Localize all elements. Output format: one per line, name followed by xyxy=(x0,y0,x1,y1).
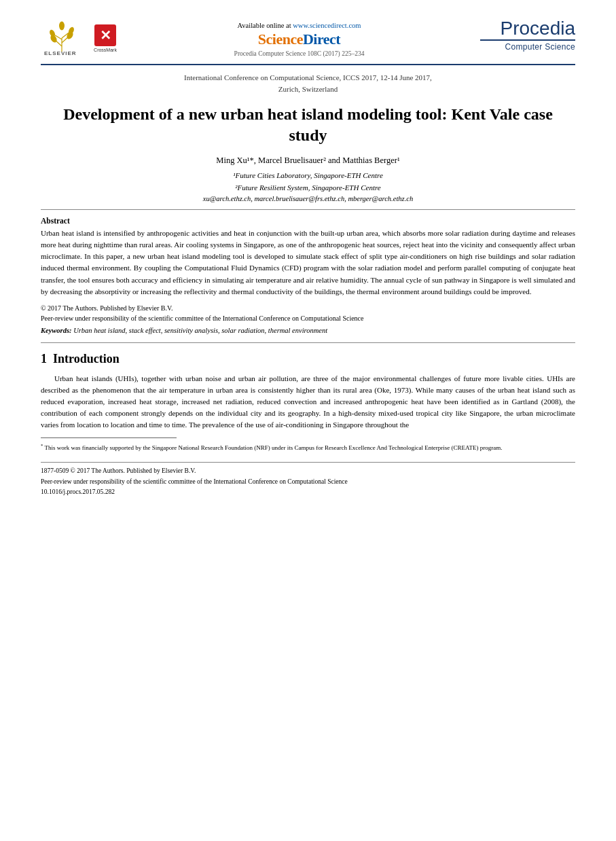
header: ELSEVIER ✕ CrossMark Available online at… xyxy=(41,19,575,57)
copyright-line: © 2017 The Authors. Published by Elsevie… xyxy=(41,303,575,323)
footnote-text: This work was financially supported by t… xyxy=(45,444,503,451)
section1-paragraph1: Urban heat islands (UHIs), together with… xyxy=(41,373,575,431)
logos-row: ELSEVIER ✕ CrossMark xyxy=(41,19,118,56)
section1-number: 1 xyxy=(41,352,47,365)
affiliations: ¹Future Cities Laboratory, Singapore-ETH… xyxy=(41,170,575,194)
conference-info: International Conference on Computationa… xyxy=(41,72,575,94)
crossmark-logo: ✕ CrossMark xyxy=(92,22,118,52)
copyright-line1: © 2017 The Authors. Published by Elsevie… xyxy=(41,304,173,312)
page-footer: 1877-0509 © 2017 The Authors. Published … xyxy=(41,462,575,497)
article-title: Development of a new urban heat island m… xyxy=(61,104,555,146)
affiliation1: ¹Future Cities Laboratory, Singapore-ETH… xyxy=(233,171,383,179)
procedia-brand: Procedia xyxy=(480,19,575,38)
abstract-text: Urban heat island is intensified by anth… xyxy=(41,228,575,297)
svg-text:ELSEVIER: ELSEVIER xyxy=(44,50,77,56)
footnote: * This work was financially supported by… xyxy=(41,442,575,453)
footer-peer-review: Peer-review under responsibility of the … xyxy=(41,478,348,485)
keywords-text: Urban heat island, stack effect, sensiti… xyxy=(72,327,328,334)
keywords-label: Keywords: xyxy=(41,327,72,334)
page: ELSEVIER ✕ CrossMark Available online at… xyxy=(0,0,616,841)
section1-title: Introduction xyxy=(53,352,120,365)
footnote-symbol: * xyxy=(41,443,43,448)
direct-text: Direct xyxy=(303,31,340,48)
header-right: Procedia Computer Science xyxy=(480,19,575,52)
keywords-line: Keywords: Urban heat island, stack effec… xyxy=(41,325,575,336)
footnote-rule xyxy=(41,437,177,438)
science-text: Science xyxy=(258,31,303,48)
copyright-line2: Peer-review under responsibility of the … xyxy=(41,315,363,322)
elsevier-logo: ELSEVIER xyxy=(41,19,83,56)
section-rule-1 xyxy=(41,209,575,210)
footer-text: 1877-0509 © 2017 The Authors. Published … xyxy=(41,466,575,497)
affiliation2: ²Future Resilient System, Singapore-ETH … xyxy=(235,183,380,192)
computer-science-brand: Computer Science xyxy=(480,39,575,52)
svg-point-10 xyxy=(59,22,65,31)
footer-doi: 10.1016/j.procs.2017.05.282 xyxy=(41,488,115,495)
sciencedirect-title: ScienceDirect xyxy=(118,31,480,48)
authors: Ming Xu¹*, Marcel Bruelisauer² and Matth… xyxy=(41,154,575,167)
section-rule-2 xyxy=(41,342,575,343)
journal-info: Procedia Computer Science 108C (2017) 22… xyxy=(118,50,480,57)
svg-text:CrossMark: CrossMark xyxy=(94,48,117,52)
conference-line2: Zurich, Switzerland xyxy=(278,85,338,93)
top-rule xyxy=(41,64,575,65)
svg-text:✕: ✕ xyxy=(100,28,111,43)
author-emails: xu@arch.ethz.ch, marcel.bruelisauer@frs.… xyxy=(41,195,575,202)
conference-line1: International Conference on Computationa… xyxy=(184,73,432,82)
abstract-section: Abstract Urban heat island is intensifie… xyxy=(41,217,575,297)
available-online: Available online at www.sciencedirect.co… xyxy=(118,22,480,29)
footer-issn: 1877-0509 © 2017 The Authors. Published … xyxy=(41,467,196,474)
sciencedirect-url[interactable]: www.sciencedirect.com xyxy=(293,22,361,29)
header-left: ELSEVIER ✕ CrossMark xyxy=(41,19,118,56)
abstract-label: Abstract xyxy=(41,217,575,225)
section1-heading: 1 Introduction xyxy=(41,351,575,367)
header-center: Available online at www.sciencedirect.co… xyxy=(118,19,480,57)
